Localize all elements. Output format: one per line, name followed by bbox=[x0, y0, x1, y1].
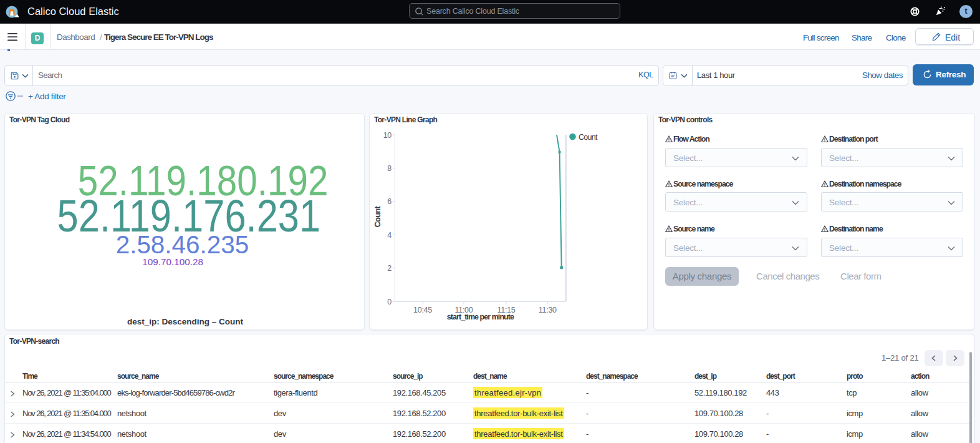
svg-text:10:45: 10:45 bbox=[413, 306, 432, 314]
svg-text:start_time per minute: start_time per minute bbox=[447, 313, 514, 321]
svg-text:6: 6 bbox=[387, 197, 392, 206]
svg-text:109.70.100.28: 109.70.100.28 bbox=[142, 256, 203, 267]
svg-text:Count: Count bbox=[373, 205, 382, 227]
svg-text:10: 10 bbox=[383, 131, 392, 140]
svg-text:Count: Count bbox=[579, 133, 598, 142]
svg-text:4: 4 bbox=[387, 231, 392, 240]
svg-text:8: 8 bbox=[387, 164, 392, 173]
svg-text:0: 0 bbox=[387, 298, 392, 306]
svg-text:2: 2 bbox=[387, 264, 392, 273]
svg-text:2.58.46.235: 2.58.46.235 bbox=[116, 231, 249, 258]
svg-text:dest_ip: Descending – Count: dest_ip: Descending – Count bbox=[127, 317, 244, 326]
svg-text:11:30: 11:30 bbox=[539, 306, 557, 314]
